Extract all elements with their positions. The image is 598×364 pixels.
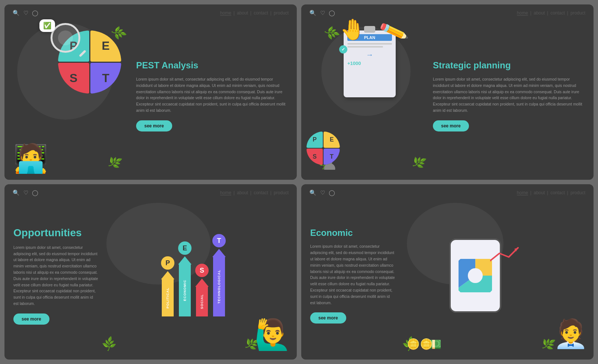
small-s: S [306,149,323,165]
nav-about-tr[interactable]: about [534,10,545,16]
t-arrow-body: TECHNOLOGICAL [213,257,225,316]
user-icon-br[interactable]: ◯ [329,189,335,196]
strategic-description: Lorem ipsum dolor sit amet, consectetur … [433,76,585,114]
nav-bar-bottom-right: 🔍 ♡ ◯ home | about | contact | product [301,184,594,199]
s-label: SOCIAL [200,293,204,311]
eco-text-left: Economic Lorem ipsum dolor sit amet, con… [310,228,396,324]
opp-text-left: Opportunities Lorem ipsum dolor sit amet… [13,227,99,325]
e-arrowhead [178,256,192,264]
strategic-planning-card: 🔍 ♡ ◯ home | about | contact | product 🌿… [301,4,594,180]
nav-bar-top-left: 🔍 ♡ ◯ home | about | contact | product [4,4,297,19]
nav-home-br[interactable]: home [517,190,528,195]
nav-home-bl[interactable]: home [220,190,231,195]
nav-about-bl[interactable]: about [237,190,248,195]
search-icon-tr[interactable]: 🔍 [309,10,316,16]
sep1: | [234,10,235,16]
nav-contact-br[interactable]: contact [550,190,565,195]
user-icon[interactable]: ◯ [32,10,38,16]
p-arrowhead [161,271,174,279]
plan-check-icon: ✓ [339,45,347,53]
eco-description: Lorem ipsum dolor sit amet, consectetur … [310,243,396,306]
leaf-opp-1: 🌿 [100,335,118,352]
eco-title: Economic [310,228,396,238]
nav-links-br: home | about | contact | product [517,190,585,195]
plan-arrow-icon: → [347,51,392,59]
arrows-container: P POLITICAL E ECONOMIC [161,242,226,316]
opportunities-card: 🔍 ♡ ◯ home | about | contact | product O… [4,184,297,360]
eco-illustration: 🌿 🌿 [396,199,585,352]
nav-home-tr[interactable]: home [517,10,528,16]
opp-description: Lorem ipsum dolor sit amet, consectetur … [13,244,99,307]
heart-icon-br[interactable]: ♡ [320,189,325,196]
pest-title: PEST Analysis [136,60,198,71]
nav-contact-tr[interactable]: contact [550,10,565,16]
thumbs-up-person: 🙋‍♂️ [254,317,292,352]
sep3: | [270,10,271,16]
strategic-see-more-button[interactable]: see more [433,120,469,131]
s-arrowhead [195,279,209,287]
nav-icons-top-right: 🔍 ♡ ◯ [309,10,335,16]
nav-about-br[interactable]: about [534,190,545,195]
user-icon-bl[interactable]: ◯ [32,189,38,196]
nav-links-bl: home | about | contact | product [220,190,289,195]
e-label: ECONOMIC [183,278,187,303]
heart-icon-bl[interactable]: ♡ [23,189,28,196]
pest-s: S [58,63,89,94]
pest-see-more-button[interactable]: see more [136,120,172,131]
strategic-card-body: 🌿 🌿 🌿 ✏️ 🤚 PLAN → +1000 ✓ ♟ [301,19,594,180]
nav-contact-bl[interactable]: contact [254,190,268,195]
strategic-illustration: 🌿 🌿 🌿 ✏️ 🤚 PLAN → +1000 ✓ ♟ [310,19,429,172]
nav-product-br[interactable]: product [570,190,585,195]
political-arrow: P POLITICAL [161,256,174,316]
eco-see-more-button[interactable]: see more [310,312,346,324]
opp-see-more-button[interactable]: see more [13,313,49,325]
technological-arrow: T TECHNOLOGICAL [212,234,226,316]
pest-analysis-card: 🔍 ♡ ◯ home | about | contact | product 🌿 [4,4,297,180]
hand-holding: 🤚 [340,17,366,42]
red-arrow-container [490,246,520,266]
trend-line [490,248,518,261]
leaf-right: 🌿 [106,155,123,170]
economic-arrow: E ECONOMIC [178,241,192,316]
nav-bar-top-right: 🔍 ♡ ◯ home | about | contact | product [301,4,594,19]
magnifier-lens [58,30,73,45]
leaf-br-tr: 🌿 [411,155,427,170]
eco-body: Economic Lorem ipsum dolor sit amet, con… [301,199,594,360]
search-icon[interactable]: 🔍 [13,10,20,16]
nav-product-tr[interactable]: product [570,10,585,16]
heart-icon-tr[interactable]: ♡ [320,10,325,16]
nav-about-top-left[interactable]: about [237,10,248,16]
p-bubble: P [161,256,174,270]
nav-contact-top-left[interactable]: contact [254,10,268,16]
strategic-text-side: Strategic planning Lorem ipsum dolor sit… [429,60,585,131]
p-arrow-body: POLITICAL [162,279,174,316]
s-arrow-body: SOCIAL [196,287,208,316]
t-bubble: T [212,234,226,247]
user-icon-tr[interactable]: ◯ [329,10,335,16]
nav-product-bl[interactable]: product [274,190,289,195]
pest-text-side: PEST Analysis Lorem ipsum dolor sit amet… [132,60,288,131]
pie-center [470,270,481,281]
trend-arrow-svg [490,246,520,264]
search-icon-bl[interactable]: 🔍 [13,189,20,196]
pest-small-circle: P E S T [306,131,340,165]
nav-links-top-right: home | about | contact | product [517,10,585,16]
heart-icon[interactable]: ♡ [23,10,28,16]
small-e: E [324,131,340,148]
pie-chart-svg [459,259,492,292]
pest-illustration: 🌿 🌿 🌿 🧑‍💻 P E S T [13,19,132,172]
pest-circle-container: P E S T ✅ [58,30,121,94]
nav-icons-bl: 🔍 ♡ ◯ [13,189,38,196]
nav-home-top-left[interactable]: home [220,10,231,16]
nav-product-top-left[interactable]: product [274,10,289,16]
e-bubble: E [178,241,192,255]
search-icon-br[interactable]: 🔍 [309,189,316,196]
economic-card: 🔍 ♡ ◯ home | about | contact | product E… [301,184,594,360]
strategic-title: Strategic planning [433,60,511,71]
t-label: TECHNOLOGICAL [217,268,221,305]
pest-card-body: 🌿 🌿 🌿 🧑‍💻 P E S T [4,19,297,180]
pest-e: E [90,30,122,62]
social-arrow: S SOCIAL [195,264,209,316]
e-arrow-body: ECONOMIC [179,264,191,316]
clip-top [364,26,375,33]
